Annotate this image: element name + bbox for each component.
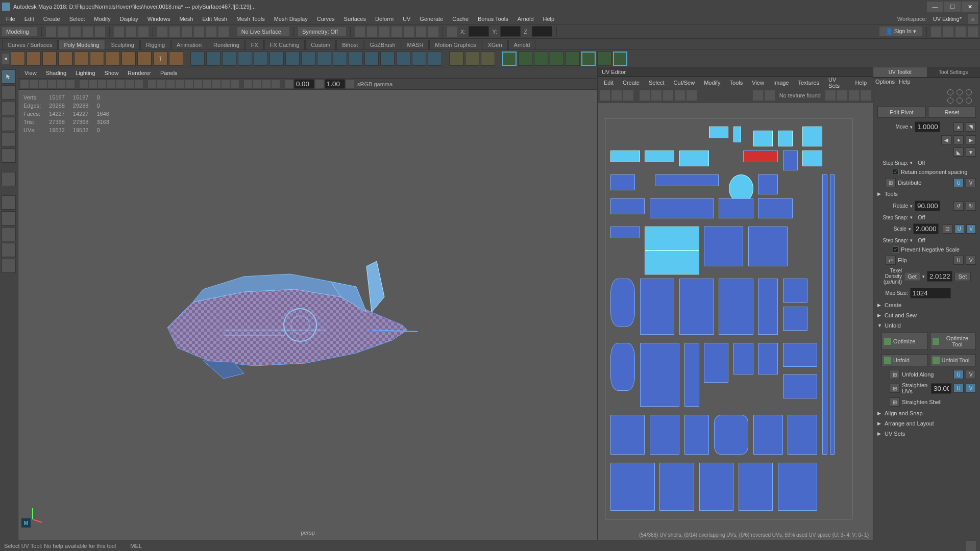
uv-checker-icon[interactable]: [663, 90, 673, 101]
vp-wire-on-shaded-icon[interactable]: [185, 80, 193, 88]
flip-icon[interactable]: ⇄: [886, 256, 896, 265]
create-section-header[interactable]: ▶Create: [875, 300, 978, 310]
menu-generate[interactable]: Generate: [415, 15, 447, 23]
prevent-negative-checkbox[interactable]: ✓: [893, 246, 899, 253]
shelf-tab-fx-caching[interactable]: FX Caching: [264, 40, 305, 49]
close-button[interactable]: ✕: [962, 2, 978, 12]
playblast-icon[interactable]: [416, 27, 426, 37]
menu-windows[interactable]: Windows: [143, 15, 175, 23]
menu-edit[interactable]: Edit: [20, 15, 38, 23]
last-tool-icon[interactable]: [2, 172, 16, 186]
toolkit-menu-options[interactable]: Options: [875, 79, 895, 85]
vp-grid-icon[interactable]: [80, 80, 88, 88]
menu-set-dropdown[interactable]: Modeling: [2, 27, 37, 36]
scale-v-button[interactable]: V: [966, 224, 976, 234]
rotate-value-field[interactable]: [915, 201, 940, 211]
menu-surfaces[interactable]: Surfaces: [340, 15, 370, 23]
poly-cube-icon[interactable]: [27, 52, 41, 66]
pivot-radio-4[interactable]: [947, 97, 953, 104]
multicut-icon[interactable]: [449, 52, 463, 66]
paint-select-tool-icon[interactable]: [2, 101, 16, 115]
vp-select-camera-icon[interactable]: [20, 80, 29, 88]
tools-section-header[interactable]: ▶ Tools: [875, 189, 978, 199]
symmetry-dropdown[interactable]: Symmetry: Off: [298, 27, 346, 36]
uv-menu-uvsets[interactable]: UV Sets: [824, 76, 850, 90]
delete-edge-icon[interactable]: [412, 52, 426, 66]
script-editor-icon[interactable]: [966, 541, 976, 551]
boolean-intersect-icon[interactable]: [301, 52, 315, 66]
soft-select-icon[interactable]: [190, 52, 205, 66]
bridge-icon[interactable]: [333, 52, 347, 66]
uv-viewport[interactable]: (54/368) UV shells, (0/14) overlapping U…: [598, 103, 873, 540]
shelf-tab-mash[interactable]: MASH: [402, 40, 429, 49]
uv-menu-view[interactable]: View: [748, 79, 768, 87]
uv-planar-icon[interactable]: [502, 52, 517, 66]
select-by-hierarchy-icon[interactable]: [114, 27, 124, 37]
vp-lock-camera-icon[interactable]: [30, 80, 38, 88]
uv-menu-help[interactable]: Help: [851, 79, 871, 87]
vp-menu-shading[interactable]: Shading: [42, 69, 70, 77]
scale-tool-icon[interactable]: [2, 148, 16, 163]
perspective-viewport[interactable]: Verts:15187151870 Edges:29288292880 Face…: [18, 90, 597, 540]
vp-grease-pencil-icon[interactable]: [66, 80, 75, 88]
move-right-angle-icon[interactable]: ◥: [966, 122, 976, 132]
reset-button[interactable]: Reset: [928, 107, 976, 118]
shelf-tab-animation[interactable]: Animation: [171, 40, 207, 49]
minimize-button[interactable]: —: [927, 2, 943, 12]
unfold-along-v-button[interactable]: V: [966, 370, 976, 379]
step-snap-value-1[interactable]: Off: [915, 160, 928, 166]
outliner-toggle-icon[interactable]: [2, 259, 16, 273]
scale-u-button[interactable]: U: [954, 224, 964, 234]
shelf-tab-gozbrush[interactable]: GoZBrush: [364, 40, 401, 49]
uv-menu-create[interactable]: Create: [619, 79, 644, 87]
select-by-component-icon[interactable]: [138, 27, 149, 37]
render-pause-icon[interactable]: [428, 27, 438, 37]
uv-menu-textures[interactable]: Textures: [794, 79, 823, 87]
shelf-tab-xgen[interactable]: XGen: [482, 40, 507, 49]
shelf-tab-rigging[interactable]: Rigging: [140, 40, 170, 49]
rotate-ccw-icon[interactable]: ↺: [953, 202, 964, 211]
new-scene-icon[interactable]: [46, 27, 56, 37]
menu-curves[interactable]: Curves: [313, 15, 339, 23]
poly-platonic-icon[interactable]: [121, 52, 136, 66]
menu-create[interactable]: Create: [39, 15, 64, 23]
vp-exposure-icon[interactable]: [285, 80, 293, 88]
save-scene-icon[interactable]: [70, 27, 81, 37]
step-snap-value-3[interactable]: Off: [915, 237, 928, 243]
vp-menu-view[interactable]: View: [20, 69, 41, 77]
vp-menu-lighting[interactable]: Lighting: [71, 69, 100, 77]
four-pane-icon[interactable]: [2, 211, 16, 226]
boolean-diff-icon[interactable]: [285, 52, 300, 66]
optimize-button[interactable]: Optimize: [881, 333, 928, 350]
snap-grid-icon[interactable]: [157, 27, 167, 37]
menu-arnold[interactable]: Arnold: [513, 15, 538, 23]
vp-multisample-icon[interactable]: [222, 80, 230, 88]
snap-point-icon[interactable]: [182, 27, 192, 37]
move-left-icon[interactable]: ◀: [941, 135, 951, 144]
uv-menu-image[interactable]: Image: [769, 79, 793, 87]
texel-value-field[interactable]: [927, 271, 952, 282]
menu-deform[interactable]: Deform: [371, 15, 398, 23]
uv-3d-cut-icon[interactable]: [597, 52, 611, 66]
vp-menu-panels[interactable]: Panels: [156, 69, 182, 77]
combine-icon[interactable]: [222, 52, 236, 66]
move-down-icon[interactable]: ▼: [966, 147, 976, 157]
shelf-tab-fx[interactable]: FX: [246, 40, 264, 49]
vp-gate-mask-icon[interactable]: [107, 80, 115, 88]
move-center-icon[interactable]: ●: [953, 135, 964, 144]
fill-hole-icon[interactable]: [364, 52, 379, 66]
poly-type-icon[interactable]: T: [153, 52, 167, 66]
shelf-tab-poly-modeling[interactable]: Poly Modeling: [58, 40, 105, 49]
hypershade-icon[interactable]: [404, 27, 414, 37]
separate-icon[interactable]: [238, 52, 252, 66]
scale-uniform-icon[interactable]: ⊡: [943, 224, 952, 234]
bevel-icon[interactable]: [349, 52, 363, 66]
uv-shade-icon[interactable]: [623, 90, 633, 101]
cutsew-section-header[interactable]: ▶Cut and Sew: [875, 310, 978, 320]
uv-menu-edit[interactable]: Edit: [600, 79, 618, 87]
menu-display[interactable]: Display: [116, 15, 142, 23]
flip-u-button[interactable]: U: [953, 256, 964, 265]
uv-snapshot-icon[interactable]: [600, 90, 610, 101]
menu-uv[interactable]: UV: [399, 15, 414, 23]
shelf-toggle-icon[interactable]: ◂: [2, 54, 9, 64]
